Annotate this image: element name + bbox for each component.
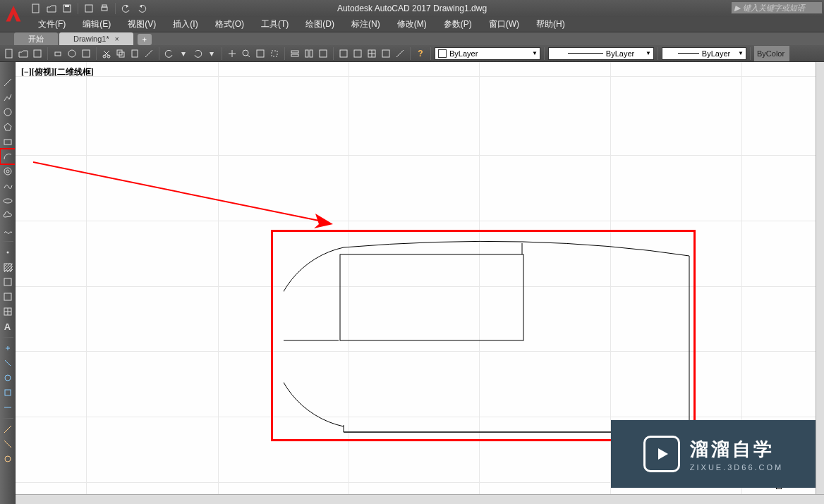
linetype-dropdown[interactable]: ByLayer▼ bbox=[548, 47, 654, 60]
rectangle-icon[interactable] bbox=[1, 135, 14, 148]
mod6-icon[interactable] bbox=[1, 423, 14, 436]
open-icon[interactable] bbox=[17, 47, 30, 60]
menu-modify[interactable]: 修改(M) bbox=[389, 17, 435, 32]
polygon-icon[interactable] bbox=[1, 121, 14, 133]
mod4-icon[interactable] bbox=[1, 386, 14, 399]
ellipse-icon[interactable] bbox=[1, 195, 14, 207]
vertical-scrollbar[interactable] bbox=[816, 62, 824, 504]
menu-param[interactable]: 参数(P) bbox=[435, 17, 480, 32]
help-icon[interactable]: ? bbox=[414, 47, 427, 60]
zoom-win-icon[interactable] bbox=[268, 47, 281, 60]
pan-icon[interactable] bbox=[226, 47, 238, 60]
match-icon[interactable] bbox=[143, 47, 155, 60]
pline-icon[interactable] bbox=[1, 91, 14, 104]
mod5-icon[interactable] bbox=[1, 401, 14, 414]
revcloud-icon[interactable] bbox=[1, 224, 14, 237]
grid-line bbox=[16, 417, 816, 417]
saveas-icon[interactable] bbox=[83, 2, 95, 15]
open-icon[interactable] bbox=[45, 2, 58, 15]
undo-icon[interactable] bbox=[163, 47, 176, 60]
arc-icon[interactable] bbox=[1, 150, 14, 163]
horizontal-scrollbar[interactable] bbox=[16, 494, 824, 504]
redo-icon[interactable] bbox=[191, 47, 204, 60]
zoom-icon[interactable] bbox=[240, 47, 253, 60]
spline-icon[interactable] bbox=[1, 180, 14, 192]
gradient-icon[interactable] bbox=[1, 276, 14, 288]
zoom-ext-icon[interactable] bbox=[254, 47, 267, 60]
svg-rect-46 bbox=[340, 254, 523, 340]
save-icon[interactable] bbox=[61, 2, 73, 15]
table-icon[interactable] bbox=[365, 47, 378, 60]
mod1-icon[interactable] bbox=[1, 342, 14, 355]
hatch-icon[interactable] bbox=[1, 261, 14, 273]
tab-add[interactable]: + bbox=[138, 34, 152, 45]
play-icon bbox=[643, 436, 680, 472]
menu-view[interactable]: 视图(V) bbox=[119, 17, 164, 32]
publish-icon[interactable] bbox=[80, 47, 92, 60]
copy-icon[interactable] bbox=[114, 47, 127, 60]
mod7-icon[interactable] bbox=[1, 438, 14, 450]
menu-file[interactable]: 文件(F) bbox=[30, 17, 74, 32]
undo-icon[interactable] bbox=[120, 2, 133, 15]
layer-icon[interactable] bbox=[289, 47, 301, 60]
separator bbox=[750, 47, 751, 60]
cloud-icon[interactable] bbox=[1, 209, 14, 222]
layer-dropdown[interactable]: ByLayer▼ bbox=[435, 47, 540, 60]
menu-draw[interactable]: 绘图(D) bbox=[297, 17, 343, 32]
tab-drawing1[interactable]: Drawing1*× bbox=[59, 32, 133, 45]
point-icon[interactable] bbox=[1, 246, 14, 259]
menu-format[interactable]: 格式(O) bbox=[207, 17, 253, 32]
clip-icon[interactable] bbox=[380, 47, 392, 60]
print-icon[interactable] bbox=[98, 2, 111, 15]
mod2-icon[interactable] bbox=[1, 357, 14, 369]
svg-rect-24 bbox=[340, 50, 347, 57]
watermark: 溜溜自学 ZIXUE.3D66.COM bbox=[611, 420, 816, 488]
mod8-icon[interactable] bbox=[1, 453, 14, 465]
autocad-logo[interactable] bbox=[0, 0, 27, 28]
region-icon[interactable] bbox=[1, 290, 14, 303]
redo-arrow-icon[interactable]: ▾ bbox=[205, 47, 218, 60]
separator bbox=[222, 47, 222, 60]
lstate-icon[interactable] bbox=[303, 47, 315, 60]
text-A-icon[interactable]: A bbox=[1, 320, 14, 333]
svg-rect-38 bbox=[4, 293, 11, 300]
menu-dim[interactable]: 标注(N) bbox=[343, 17, 389, 32]
menu-edit[interactable]: 编辑(E) bbox=[74, 17, 119, 32]
print-preview-icon[interactable] bbox=[66, 47, 78, 60]
new-icon[interactable] bbox=[3, 47, 16, 60]
circle-icon[interactable] bbox=[1, 106, 14, 118]
svg-line-28 bbox=[4, 79, 11, 86]
separator bbox=[2, 337, 13, 338]
search-input[interactable]: ▶键入关键字或短语 bbox=[731, 1, 823, 14]
close-icon[interactable]: × bbox=[115, 35, 119, 43]
tab-start[interactable]: 开始 bbox=[14, 32, 58, 45]
redo-icon[interactable] bbox=[135, 2, 148, 15]
menu-window[interactable]: 窗口(W) bbox=[480, 17, 528, 32]
save-icon[interactable] bbox=[31, 47, 44, 60]
svg-rect-2 bbox=[65, 5, 69, 7]
viewport-label[interactable]: [−][俯视][二维线框] bbox=[21, 66, 94, 78]
paste-icon[interactable] bbox=[128, 47, 141, 60]
canvas[interactable]: [−][俯视][二维线框] bbox=[16, 62, 816, 504]
new-icon[interactable] bbox=[30, 2, 42, 15]
menu-tools[interactable]: 工具(T) bbox=[253, 17, 297, 32]
menu-help[interactable]: 帮助(H) bbox=[528, 17, 574, 32]
lineweight-dropdown[interactable]: ByLayer▼ bbox=[662, 47, 746, 60]
undo-arrow-icon[interactable]: ▾ bbox=[177, 47, 190, 60]
cut-icon[interactable] bbox=[100, 47, 113, 60]
lprev-icon[interactable] bbox=[317, 47, 329, 60]
line-icon[interactable] bbox=[1, 76, 14, 89]
table-icon[interactable] bbox=[1, 305, 14, 318]
grid-line bbox=[16, 286, 816, 287]
print-icon[interactable] bbox=[52, 47, 64, 60]
bycolor-dropdown[interactable]: ByColor bbox=[754, 46, 789, 61]
mod3-icon[interactable] bbox=[1, 371, 14, 384]
separator bbox=[47, 47, 48, 60]
block-icon[interactable] bbox=[351, 47, 364, 60]
menu-insert[interactable]: 插入(I) bbox=[164, 17, 206, 32]
measure-icon[interactable] bbox=[394, 47, 406, 60]
prop-icon[interactable] bbox=[337, 47, 350, 60]
separator bbox=[430, 47, 431, 60]
separator bbox=[2, 241, 13, 242]
donut-icon[interactable] bbox=[1, 165, 14, 178]
